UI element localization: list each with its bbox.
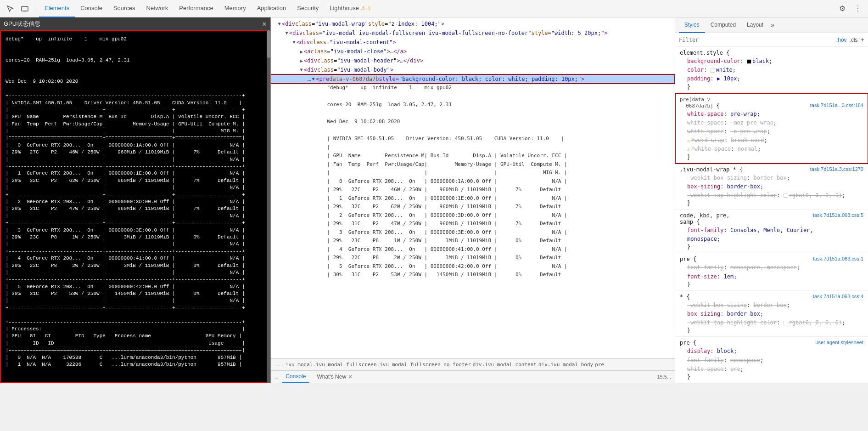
pre-content-block: "debug* up infinite 1 mix gpu02 cores=20… [271,84,675,279]
add-style-button[interactable]: + [861,36,864,44]
filter-cls-button[interactable]: .cls [850,37,858,43]
collapse-triangle[interactable]: ▶ [291,41,298,44]
collapse-triangle[interactable]: ▶ [300,57,303,64]
dom-line-2[interactable]: ▶ <div class="ivu-modal ivu-modal-fullsc… [271,28,675,38]
more-options-button[interactable]: ⋮ [851,2,864,15]
settings-button[interactable]: ⚙ [836,2,849,15]
styles-panel: Styles Computed Layout » :hov .cls + ele… [675,17,868,383]
collapse-triangle[interactable]: ▶ [284,32,291,34]
collapse-triangle[interactable]: ▶ [310,78,317,80]
pre-content-line-9: | GPU Name Persistence-M| Bus-Id Disp.A … [315,152,675,160]
style-source-link[interactable]: task.7d151a.063.css:5 [813,212,863,218]
pre-content-line-10: | Fan Temp Perf Pwr:Usage/Cap| Memory-Us… [315,160,675,169]
style-prop-ws3: white-space: -o-pre-wrap; [680,127,863,136]
style-source-link[interactable]: task.7d151a.3.css:1270 [810,166,863,172]
style-rule-modal-wrap: .ivu-modal-wrap * { task.7d151a.3.css:12… [675,164,868,210]
tab-application[interactable]: Application [252,0,292,17]
collapse-triangle[interactable]: ▶ [298,68,305,71]
style-source-ua-link[interactable]: user agent stylesheet [815,340,863,345]
rule-selector: pre { task.7d151a.063.css:1 [680,256,863,262]
sub-tab-computed[interactable]: Computed [705,17,741,33]
more-options-icon: ⋮ [854,4,862,13]
svg-rect-0 [22,6,28,11]
toolbar-separator-1 [35,4,35,13]
pre-content-line-6 [315,126,675,135]
pre-content-line-4 [315,109,675,118]
style-source-link[interactable]: task.7d151a...3.css:184 [810,102,863,108]
collapse-triangle[interactable]: ▶ [276,23,283,25]
styles-content: element.style { background-color: black;… [675,47,868,383]
dom-line-6[interactable]: ▶ <div class="ivu-modal-body"> [271,65,675,74]
dom-line-5[interactable]: ▶ <div class="ivu-modal-header">…</div> [271,56,675,65]
tab-console[interactable]: Console [75,0,108,17]
pre-gpu-row-5b: | 30% 31C P2 53W / 250W | 1450MiB / 1101… [315,271,675,279]
settings-icon: ⚙ [839,4,846,13]
more-sub-tabs-button[interactable]: » [769,22,776,29]
sub-tab-layout[interactable]: Layout [741,17,769,33]
whats-new-close-button[interactable]: ✕ [348,374,353,380]
dom-line-4[interactable]: ▶ <a class="ivu-modal-close">…</a> [271,47,675,56]
breadcrumb-modal[interactable]: ivu-modal.ivu-modal-fullscreen.ivu-modal… [286,362,471,368]
whats-new-tab-button[interactable]: What's New ✕ [313,370,356,383]
sub-tab-styles[interactable]: Styles [679,17,705,33]
main-toolbar: Elements Console Sources Network Perform… [0,0,868,17]
pre-gpu-row-1b: | 29% 32C P2 62W / 250W | 960MiB / 11019… [315,203,675,211]
pre-content-line-3: cores=20 RAM=251g load=3.05, 2.47, 2.31 [315,101,675,109]
style-prop-ww: ⚠*word-wrap: break-word; [680,136,863,145]
tab-elements[interactable]: Elements [39,0,75,17]
pre-content-line-8: | [315,143,675,152]
breadcrumb-body[interactable]: div.ivu-modal-body [538,362,593,368]
breadcrumb-pre[interactable]: pre [595,362,604,368]
pre-content-line-11: | | | MIG M. | [315,169,675,177]
pre-content-line-2 [315,92,675,101]
gpu-dialog: GPU状态信息 ✕ debug* up infinite 1 mix gpu02… [0,17,271,383]
pre-gpu-row-5a: | 5 GeForce RTX 208... On | 00000000:42:… [315,262,675,271]
console-bar: … Console What's New ✕ 15:5... [271,370,675,383]
pre-content-line-1: "debug* up infinite 1 mix gpu02 [315,84,675,92]
svg-rect-1 [23,11,26,11]
style-rule-code-pre: code, kbd, pre, task.7d151a.063.css:5 sa… [675,210,868,253]
scrollbar-track [267,30,270,383]
styles-filter-bar: :hov .cls + [675,33,868,47]
style-source-link[interactable]: task.7d151a.063.css:4 [813,294,863,299]
tab-security[interactable]: Security [291,0,324,17]
dom-line-3[interactable]: ▶ <div class="ivu-modal-content"> [271,38,675,47]
dom-line-1[interactable]: ▶ <div class="ivu-modal-wrap" style="z-i… [271,19,675,28]
style-prop-color: color: white; [680,66,863,74]
dom-line-pre[interactable]: … ▶ <pre data-v-0687da7b style="backgrou… [271,74,675,84]
tab-memory[interactable]: Memory [219,0,252,17]
device-toggle-button[interactable] [18,2,31,15]
style-prop-box2: box-sizing: border-box; [680,310,863,318]
breadcrumb-content[interactable]: div.ivu-modal-content [473,362,537,368]
styles-filter-input[interactable] [679,37,834,43]
breadcrumb: ... ivu-modal.ivu-modal-fullscreen.ivu-m… [271,358,675,370]
tab-performance[interactable]: Performance [174,0,218,17]
collapse-triangle[interactable]: ▶ [300,48,303,55]
tab-sources[interactable]: Sources [108,0,141,17]
inspect-element-button[interactable] [4,2,17,15]
console-tab-button[interactable]: Console [282,370,309,383]
style-prop-ff1b: monospace; [680,235,863,244]
rule-selector: * { task.7d151a.063.css:4 [680,294,863,300]
main-content-area: GPU状态信息 ✕ debug* up infinite 1 mix gpu02… [0,17,868,383]
style-source-link[interactable]: task.7d151a.063.css:1 [813,256,863,261]
style-prop-padding: padding: ▶ 10px; [680,74,863,83]
filter-hov-button[interactable]: :hov [836,37,847,43]
dialog-title: GPU状态信息 [4,20,40,28]
style-prop-ws5: white-space: pre; [680,365,863,374]
dialog-close-button[interactable]: ✕ [262,19,267,28]
breadcrumb-dots[interactable]: ... [274,362,284,368]
pre-gpu-row-2a: | 2 GeForce RTX 208... On | 00000000:3D:… [315,211,675,220]
rule-selector: element.style { [680,50,863,56]
tab-network[interactable]: Network [141,0,174,17]
rule-selector: pre { user agent stylesheet [680,340,863,346]
scrollbar-thumb[interactable] [267,30,270,58]
gpu-info-pre[interactable]: debug* up infinite 1 mix gpu02 cores=20 … [0,30,270,383]
style-rule-pre-ua: pre { user agent stylesheet display: blo… [675,337,868,383]
style-prop-tap2: -webkit-tap-highlight-color: rgba(0, 0, … [680,318,863,327]
pre-gpu-row-3a: | 3 GeForce RTX 208... On | 00000000:3E:… [315,228,675,237]
tab-lighthouse[interactable]: Lighthouse ⚠ 1 [324,0,376,17]
style-prop-ff3: font-family: monospace; [680,356,863,365]
style-prop-ws4: ⚠*white-space: normal; [680,145,863,153]
style-rule-pre-data: pre[data-v- 0687da7b] { task.7d151a...3.… [675,93,868,164]
